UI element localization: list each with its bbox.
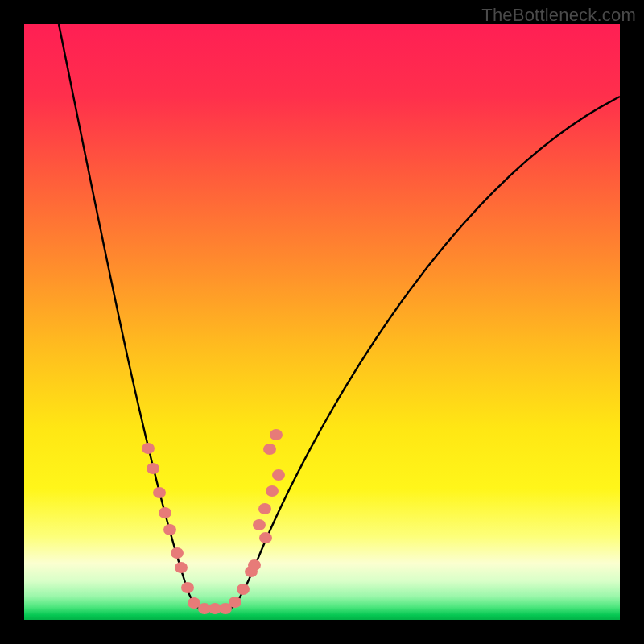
curve-layer [24, 24, 620, 620]
chart-frame [24, 24, 620, 620]
marker-dot [258, 503, 271, 514]
watermark-text: TheBottleneck.com [481, 5, 636, 26]
marker-dot [270, 429, 283, 440]
marker-dot [147, 463, 159, 474]
marker-dot [266, 485, 279, 497]
marker-dot [237, 584, 250, 595]
marker-dot [272, 469, 285, 481]
marker-dot [181, 582, 194, 593]
marker-dot [153, 487, 166, 498]
curve-right-branch [232, 97, 620, 608]
marker-group [142, 429, 285, 614]
marker-dot [171, 547, 184, 559]
marker-dot [259, 532, 272, 543]
marker-dot [159, 507, 171, 518]
curve-left-branch [59, 24, 198, 608]
marker-dot [229, 597, 242, 608]
marker-dot [248, 559, 261, 571]
marker-dot [142, 443, 155, 454]
marker-dot [253, 519, 266, 530]
marker-dot [175, 562, 188, 573]
marker-dot [163, 524, 176, 535]
marker-dot [263, 444, 276, 455]
